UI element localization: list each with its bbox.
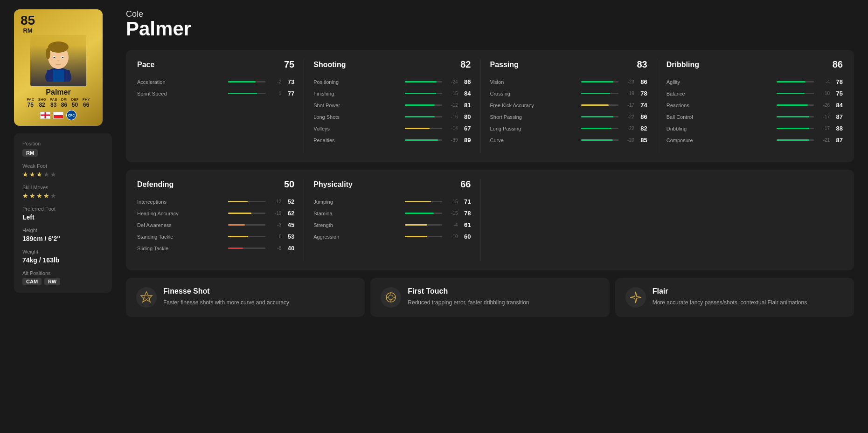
card-stat-pas: PAS 83 bbox=[50, 97, 57, 108]
stat-mod-curve: -20 bbox=[621, 137, 634, 143]
stat-bar-container-reactions bbox=[777, 104, 814, 106]
stat-mod-ball-control: -17 bbox=[817, 114, 830, 119]
card-position: RM bbox=[21, 27, 35, 34]
stat-row-standing-tackle: Standing Tackle -6 53 bbox=[137, 233, 294, 240]
stat-bar-composure bbox=[777, 139, 809, 141]
stat-bar-container-acceleration bbox=[228, 81, 265, 82]
alt-badge-cam: CAM bbox=[22, 278, 42, 285]
stat-val-free-kick-accuracy: 74 bbox=[637, 102, 647, 109]
stat-bar-stamina bbox=[405, 213, 434, 214]
stat-bar-container-penalties bbox=[405, 139, 442, 141]
alt-badge-rw: RW bbox=[44, 278, 60, 285]
stat-bar-crossing bbox=[581, 93, 610, 94]
shooting-category: Shooting 82 Positioning -24 86 Finishing bbox=[313, 59, 480, 153]
stat-name-volleys: Volleys bbox=[313, 126, 402, 131]
first-touch-icon bbox=[381, 287, 401, 308]
stat-val-volleys: 67 bbox=[461, 125, 471, 132]
first-touch-info: First Touch Reduced trapping error, fast… bbox=[408, 287, 529, 307]
stat-mod-volleys: -14 bbox=[445, 126, 458, 131]
stat-val-standing-tackle: 53 bbox=[284, 233, 294, 240]
stat-row-ball-control: Ball Control -17 87 bbox=[667, 113, 843, 120]
shooting-score: 82 bbox=[460, 59, 471, 70]
stat-row-jumping: Jumping -15 71 bbox=[313, 198, 471, 205]
finesse-shot-name: Finesse Shot bbox=[163, 287, 289, 296]
stat-val-heading-accuracy: 62 bbox=[284, 210, 294, 217]
flair-icon bbox=[625, 287, 646, 308]
stat-row-long-shots: Long Shots -16 80 bbox=[313, 113, 471, 120]
stat-mod-sliding-tackle: -8 bbox=[268, 246, 281, 251]
stat-name-vision: Vision bbox=[490, 79, 578, 85]
stat-bar-container-positioning bbox=[405, 81, 442, 82]
pace-category: Pace 75 Acceleration -2 73 Sprint Speed bbox=[137, 59, 304, 153]
stat-bar-container-interceptions bbox=[228, 201, 265, 202]
stat-row-balance: Balance -10 75 bbox=[667, 90, 843, 97]
flair-desc: More accurate fancy passes/shots, contex… bbox=[653, 298, 807, 307]
stat-name-def-awareness: Def Awareness bbox=[137, 222, 225, 228]
svg-rect-9 bbox=[53, 70, 64, 82]
stat-bar-jumping bbox=[405, 201, 431, 202]
stat-bar-acceleration bbox=[228, 81, 255, 82]
svg-point-6 bbox=[54, 57, 56, 59]
stat-val-short-passing: 86 bbox=[637, 113, 647, 120]
stat-bar-volleys bbox=[405, 128, 430, 129]
skill-moves-stars: ★ ★ ★ ★ ★ bbox=[22, 192, 104, 199]
stat-name-reactions: Reactions bbox=[667, 103, 774, 108]
stat-bar-def-awareness bbox=[228, 224, 245, 226]
stat-bar-sprint-speed bbox=[228, 93, 257, 94]
passing-score: 83 bbox=[637, 59, 647, 70]
card-flags: CFC bbox=[40, 110, 76, 120]
stat-val-long-shots: 80 bbox=[461, 113, 471, 120]
stat-bar-vision bbox=[581, 81, 613, 82]
card-stat-dri: DRI 86 bbox=[61, 97, 68, 108]
stat-row-agility: Agility -4 78 bbox=[667, 78, 843, 85]
stat-bar-interceptions bbox=[228, 201, 248, 202]
stat-bar-container-sprint-speed bbox=[228, 93, 265, 94]
pace-score: 75 bbox=[284, 59, 294, 70]
stat-name-short-passing: Short Passing bbox=[490, 114, 578, 120]
right-panel: Cole Palmer Pace 75 Acceleration bbox=[126, 9, 854, 317]
stat-val-agility: 78 bbox=[833, 78, 843, 85]
dribbling-label: Dribbling bbox=[667, 61, 699, 69]
stat-name-composure: Composure bbox=[667, 137, 774, 143]
card-player-name: Palmer bbox=[46, 88, 70, 96]
stat-val-acceleration: 73 bbox=[284, 78, 294, 85]
stat-bar-agility bbox=[777, 81, 806, 82]
stat-bar-balance bbox=[777, 93, 805, 94]
stat-row-free-kick-accuracy: Free Kick Accuracy -17 74 bbox=[490, 102, 647, 109]
stat-mod-long-passing: -22 bbox=[621, 126, 634, 131]
stat-val-aggression: 60 bbox=[461, 233, 471, 240]
stat-name-positioning: Positioning bbox=[313, 79, 402, 85]
preferred-foot-label: Preferred Foot bbox=[22, 206, 104, 212]
stat-bar-container-long-shots bbox=[405, 116, 442, 117]
stat-name-aggression: Aggression bbox=[313, 234, 402, 240]
stat-mod-aggression: -10 bbox=[445, 234, 458, 239]
stat-bar-container-jumping bbox=[405, 201, 442, 202]
player-last-name: Palmer bbox=[126, 19, 854, 39]
stat-mod-short-passing: -22 bbox=[621, 114, 634, 119]
trait-card-flair: Flair More accurate fancy passes/shots, … bbox=[615, 278, 854, 317]
stat-name-interceptions: Interceptions bbox=[137, 199, 225, 205]
stat-mod-acceleration: -2 bbox=[268, 79, 281, 84]
stat-row-shot-power: Shot Power -12 81 bbox=[313, 102, 471, 109]
stat-bar-container-vision bbox=[581, 81, 618, 82]
finesse-shot-info: Finesse Shot Faster finesse shots with m… bbox=[163, 287, 289, 307]
stat-name-balance: Balance bbox=[667, 91, 774, 96]
stat-mod-long-shots: -16 bbox=[445, 114, 458, 119]
stat-bar-container-stamina bbox=[405, 213, 442, 214]
stat-val-penalties: 89 bbox=[461, 137, 471, 144]
svg-marker-10 bbox=[141, 292, 152, 302]
weight-label: Weight bbox=[22, 249, 104, 254]
position-label: Position bbox=[22, 141, 104, 146]
stat-bar-container-volleys bbox=[405, 128, 442, 129]
stat-mod-agility: -4 bbox=[817, 79, 830, 84]
main-stats-card: Pace 75 Acceleration -2 73 Sprint Speed bbox=[126, 50, 854, 162]
stats-grid-bottom: Defending 50 Interceptions -12 52 Headin… bbox=[137, 179, 843, 261]
stat-mod-stamina: -15 bbox=[445, 211, 458, 216]
stat-val-strength: 61 bbox=[461, 221, 471, 228]
weight-section: Weight 74kg / 163lb bbox=[22, 249, 104, 264]
stat-row-volleys: Volleys -14 67 bbox=[313, 125, 471, 132]
defending-label: Defending bbox=[137, 180, 174, 189]
player-header: Cole Palmer bbox=[126, 9, 854, 42]
weight-value: 74kg / 163lb bbox=[22, 256, 104, 264]
stat-bar-curve bbox=[581, 139, 613, 141]
